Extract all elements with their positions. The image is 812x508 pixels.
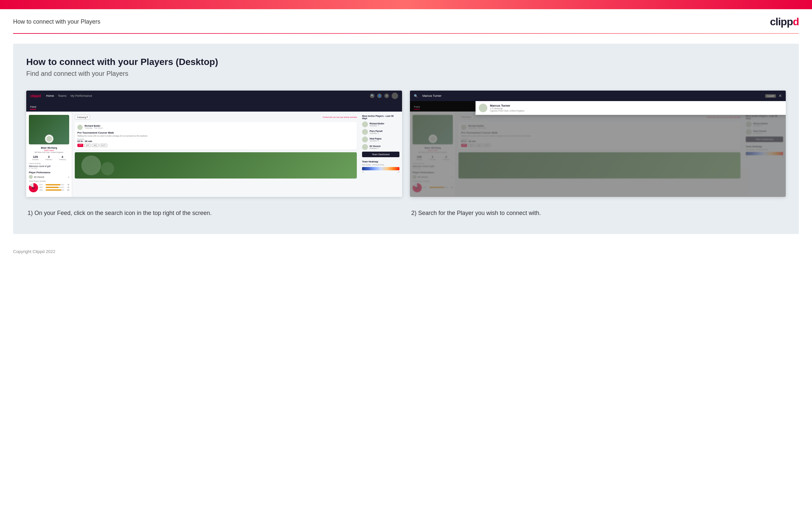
heatmap-scale: -5 +5: [362, 171, 399, 173]
screenshots-row: clippd Home Teams My Performance 🔍 👤 ⚙: [26, 91, 786, 197]
activity-title: Pre Tournament Course Walk: [78, 131, 354, 134]
player-info-1: Richard Butler Activities: 7: [370, 122, 399, 127]
mini-nav-1: clippd Home Teams My Performance 🔍 👤 ⚙: [26, 91, 402, 101]
player-img-4: [362, 144, 368, 150]
heatmap-sub: Shot Quality · 20 Round Trend: [362, 164, 399, 166]
footer: Copyright Clippd 2022: [0, 244, 812, 259]
profile-avatar: [45, 134, 53, 143]
mini-app-1: clippd Home Teams My Performance 🔍 👤 ⚙: [26, 91, 402, 197]
player-select[interactable]: Eli Vincent ▾: [29, 175, 69, 179]
mini-right-panel: Most Active Players - Last 30 days Richa…: [360, 112, 402, 197]
gauge-circle: 84: [29, 183, 38, 192]
activity-user-name: Richard Butler: [85, 125, 354, 127]
most-active-label: Most Active Players - Last 30 days: [362, 115, 399, 120]
activity-info: Richard Butler Yesterday · The Grove: [85, 125, 354, 129]
control-link[interactable]: Control who can see your activity and da…: [323, 116, 357, 118]
page-title: How to connect with your Players: [13, 18, 100, 25]
following-button[interactable]: Following ▾: [75, 115, 90, 120]
profile-image: [29, 115, 69, 144]
user-avatar: [78, 125, 83, 130]
team-dashboard-button[interactable]: Team Dashboard: [362, 152, 399, 157]
player-row-1: Richard Butler Activities: 7: [362, 121, 399, 127]
bar-arg: ARG 84: [39, 189, 69, 191]
close-search-button[interactable]: ✕: [778, 93, 782, 98]
activity-image: [75, 152, 357, 178]
player-info-3: Hiral Pujara Activities: 3: [370, 137, 399, 142]
mini-nav-icons: 🔍 👤 ⚙: [370, 92, 398, 99]
activity-date: 27 Jul 2022: [29, 167, 69, 169]
search-text[interactable]: Marcus Turner: [422, 94, 441, 97]
avatar-inner: [46, 136, 52, 142]
player-row-3: Hiral Pujara Activities: 3: [362, 136, 399, 142]
nav-home: Home: [46, 94, 54, 97]
activity-location: Yesterday · The Grove: [85, 127, 354, 129]
caption-1: 1) On your Feed, click on the search ico…: [26, 209, 402, 218]
activity-desc: Walking the course with my coach to buil…: [78, 135, 354, 137]
quality-gauge: 84 OTT 79: [29, 183, 69, 192]
player-info-4: Eli Vincent Activities: 1: [370, 145, 399, 149]
bar-app: APP 70: [39, 186, 69, 188]
result-name: Marcus Turner: [490, 104, 525, 107]
dropdown-arrow-icon: ▾: [68, 176, 69, 178]
nav-teams: Teams: [58, 94, 66, 97]
screenshot-1: clippd Home Teams My Performance 🔍 👤 ⚙: [26, 91, 402, 197]
mini-feed-tab: Feed: [26, 101, 402, 112]
bell-icon[interactable]: ⚙: [384, 93, 389, 98]
main-content: How to connect with your Players (Deskto…: [13, 44, 799, 234]
latest-activity: Afternoon round of golf: [29, 165, 69, 167]
result-row: Marcus Turner 1-5 Handicap Cypress Point…: [479, 104, 782, 112]
player-img-2: [362, 129, 368, 135]
search-bar: 🔍 Marcus Turner CLEAR ✕: [410, 91, 786, 101]
bar-ott: OTT 79: [39, 184, 69, 186]
mini-left-panel: Blair McHarg Golf Coach Mill Ride Golf C…: [26, 112, 72, 197]
mini-logo: clippd: [30, 94, 41, 98]
main-subheading: Find and connect with your Players: [26, 70, 786, 78]
top-bar: [0, 0, 812, 9]
avatar-icon[interactable]: [392, 92, 398, 99]
search-icon[interactable]: 🔍: [370, 93, 375, 98]
stat-followers: 3 Followers: [45, 155, 52, 161]
stat-following: 4 Following: [59, 155, 66, 161]
caption-row: 1) On your Feed, click on the search ico…: [26, 209, 786, 218]
activity-tags: OTT APP ARG PUTT: [78, 144, 354, 147]
person-icon[interactable]: 👤: [377, 93, 382, 98]
result-club: Cypress Point Club, United Kingdom: [490, 110, 525, 112]
caption-2: 2) Search for the Player you wish to con…: [410, 209, 786, 218]
result-avatar: [479, 104, 487, 112]
heatmap-min: -5: [362, 171, 363, 173]
player-img-3: [362, 136, 368, 142]
heatmap-max: +5: [397, 171, 399, 173]
mini-body-1: Blair McHarg Golf Coach Mill Ride Golf C…: [26, 112, 402, 197]
tag-putt: PUTT: [100, 144, 107, 147]
header: How to connect with your Players clippd: [0, 9, 812, 33]
result-handicap: 1-5 Handicap: [490, 107, 525, 110]
player-row-2: Piers Parnell Activities: 4: [362, 129, 399, 135]
profile-stats: 129 Activities 3 Followers 4 Following: [29, 155, 69, 161]
feed-tab[interactable]: Feed: [30, 105, 36, 110]
screenshot-2: clippd Home Teams My Performance 🔍 👤 ⚙: [410, 91, 786, 197]
player-row-4: Eli Vincent Activities: 1: [362, 144, 399, 150]
tag-arg: ARG: [92, 144, 99, 147]
copyright-text: Copyright Clippd 2022: [13, 249, 55, 254]
clear-button[interactable]: CLEAR: [765, 94, 776, 98]
mini-nav-links: Home Teams My Performance: [46, 94, 92, 97]
main-heading: How to connect with your Players (Deskto…: [26, 57, 786, 67]
profile-name: Blair McHarg: [29, 146, 69, 149]
mini-app-2: clippd Home Teams My Performance 🔍 👤 ⚙: [410, 91, 786, 197]
latest-label: Latest Activity: [29, 162, 69, 164]
tag-app: APP: [84, 144, 91, 147]
player-info-2: Piers Parnell Activities: 4: [370, 130, 399, 134]
quality-label: Total Player Quality: [29, 180, 69, 182]
result-info: Marcus Turner 1-5 Handicap Cypress Point…: [490, 104, 525, 112]
activity-card: Richard Butler Yesterday · The Grove Pre…: [75, 122, 357, 150]
player-select-name: Eli Vincent: [34, 176, 44, 178]
player-perf-label: Player Performance: [29, 171, 69, 174]
player-select-avatar: [29, 175, 33, 179]
quality-bars: OTT 79 APP: [39, 184, 69, 192]
nav-my-performance: My Performance: [70, 94, 92, 97]
search-result[interactable]: Marcus Turner 1-5 Handicap Cypress Point…: [476, 101, 786, 115]
duration-value: 02 hr : 00 min: [78, 140, 354, 142]
header-divider: [13, 33, 799, 34]
tag-ott: OTT: [78, 144, 83, 147]
player-img-1: [362, 121, 368, 127]
